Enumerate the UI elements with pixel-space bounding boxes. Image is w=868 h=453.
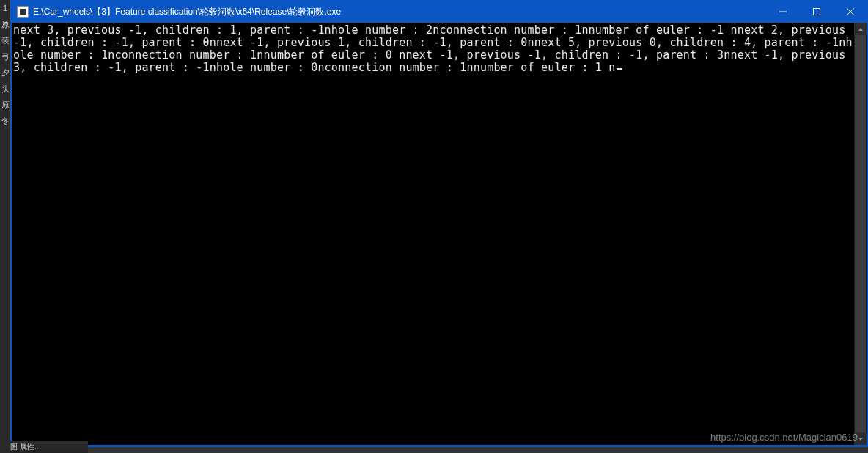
console-window: E:\Car_wheels\【3】Feature classification\… [10, 0, 868, 447]
strip-char: 夕 [0, 65, 10, 81]
strip-char: 冬 [0, 113, 10, 129]
scroll-up-button[interactable] [854, 23, 867, 35]
minimize-icon [779, 8, 787, 15]
strip-char: 原 [0, 97, 10, 113]
svg-rect-1 [814, 9, 820, 15]
close-icon [847, 8, 854, 15]
console-output[interactable]: next 3, previous -1, children : 1, paren… [12, 23, 867, 445]
window-title: E:\Car_wheels\【3】Feature classification\… [33, 6, 766, 18]
strip-char: 1 [0, 0, 10, 16]
minimize-button[interactable] [766, 1, 800, 23]
console-text: next 3, previous -1, children : 1, paren… [13, 23, 853, 74]
scroll-down-button[interactable] [854, 432, 867, 445]
text-cursor [617, 68, 622, 70]
titlebar[interactable]: E:\Car_wheels\【3】Feature classification\… [11, 1, 867, 23]
strip-char: 装 [0, 32, 10, 48]
app-icon [17, 6, 29, 18]
strip-char: 头 [0, 81, 10, 97]
maximize-icon [813, 8, 820, 15]
strip-char: 弓 [0, 48, 10, 65]
vertical-scrollbar[interactable] [854, 23, 867, 445]
taskbar-fragment[interactable]: 视图 属性… [0, 441, 88, 453]
strip-char: 原 [0, 16, 10, 32]
chevron-up-icon [858, 26, 864, 32]
close-button[interactable] [834, 1, 867, 23]
console-client-area: next 3, previous -1, children : 1, paren… [12, 23, 867, 445]
chevron-down-icon [858, 436, 864, 442]
scrollbar-thumb[interactable] [855, 35, 866, 432]
left-editor-strip: 1 原 装 弓 夕 头 原 冬 [0, 0, 10, 453]
maximize-button[interactable] [800, 1, 834, 23]
window-controls [766, 1, 867, 23]
